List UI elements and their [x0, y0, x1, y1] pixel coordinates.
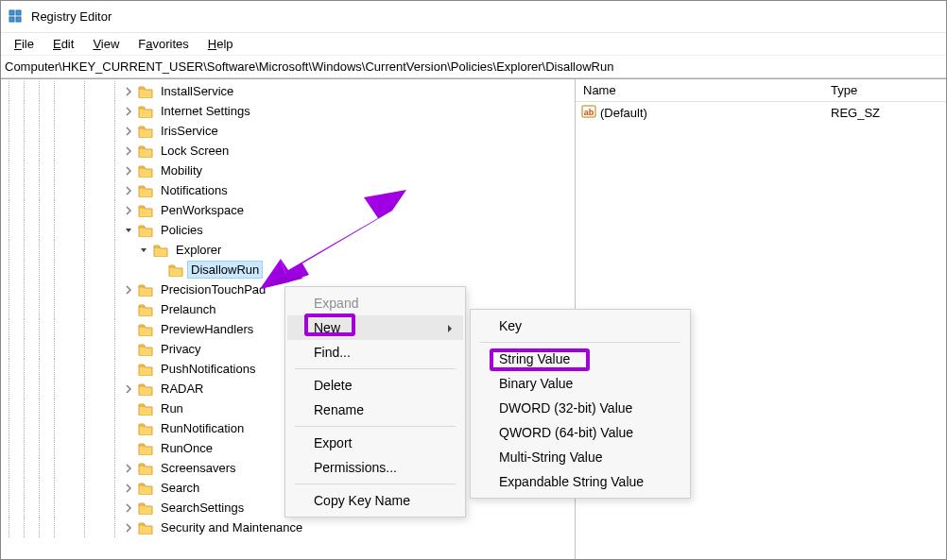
- tree-item[interactable]: Security and Maintenance: [1, 518, 575, 537]
- tree-item[interactable]: InstallService: [1, 81, 575, 101]
- chevron-none: [122, 343, 135, 356]
- chevron-right-icon[interactable]: [122, 501, 135, 515]
- chevron-none: [122, 422, 135, 435]
- tree-item[interactable]: Notifications: [1, 180, 575, 200]
- ctx-new-binary[interactable]: Binary Value: [473, 371, 688, 396]
- svg-text:ab: ab: [584, 108, 594, 117]
- tree-item-label: DisallowRun: [187, 261, 263, 279]
- menu-separator: [480, 342, 680, 343]
- ctx-new[interactable]: New: [287, 315, 463, 340]
- chevron-none: [152, 263, 165, 277]
- tree-item-label: PrecisionTouchPad: [157, 280, 269, 298]
- chevron-right-icon[interactable]: [122, 204, 135, 217]
- menu-help[interactable]: Help: [198, 35, 243, 53]
- ctx-expand[interactable]: Expand: [287, 291, 463, 315]
- folder-icon: [138, 343, 153, 356]
- folder-icon: [138, 422, 153, 435]
- list-row[interactable]: ab (Default) REG_SZ: [576, 102, 946, 123]
- tree-item-label: Security and Maintenance: [157, 518, 306, 536]
- folder-icon: [138, 105, 153, 118]
- ctx-new-qword[interactable]: QWORD (64-bit) Value: [473, 420, 688, 445]
- tree-item-label: Run: [157, 399, 187, 417]
- menu-separator: [295, 368, 456, 369]
- tree-item-label: PushNotifications: [157, 360, 259, 378]
- folder-icon: [138, 323, 153, 336]
- folder-icon: [168, 263, 183, 277]
- ctx-new-multi-string[interactable]: Multi-String Value: [473, 445, 688, 469]
- ctx-find[interactable]: Find...: [287, 340, 463, 365]
- tree-item-label: PenWorkspace: [157, 201, 248, 219]
- tree-item-label: RunNotification: [157, 419, 248, 437]
- ctx-new-dword[interactable]: DWORD (32-bit) Value: [473, 396, 688, 420]
- tree-item-label: Screensavers: [157, 459, 239, 477]
- svg-rect-3: [16, 17, 21, 22]
- address-path: Computer\HKEY_CURRENT_USER\Software\Micr…: [5, 59, 613, 74]
- menu-favorites[interactable]: Favorites: [129, 35, 198, 53]
- ctx-new-key[interactable]: Key: [473, 314, 688, 338]
- tree-item[interactable]: Policies: [1, 220, 575, 240]
- ctx-new-expandable-string[interactable]: Expandable String Value: [473, 469, 688, 494]
- chevron-right-icon[interactable]: [122, 462, 135, 475]
- tree-item-label: Search: [157, 479, 203, 497]
- menu-separator: [295, 426, 456, 427]
- value-type-cell: REG_SZ: [831, 106, 946, 120]
- folder-icon: [138, 85, 153, 98]
- ctx-export[interactable]: Export: [287, 431, 463, 455]
- tree-item[interactable]: PenWorkspace: [1, 200, 575, 220]
- folder-icon: [138, 303, 153, 316]
- tree-item-label: IrisService: [157, 122, 222, 140]
- chevron-right-icon[interactable]: [122, 482, 135, 495]
- address-bar[interactable]: Computer\HKEY_CURRENT_USER\Software\Micr…: [1, 56, 946, 78]
- folder-icon: [138, 382, 153, 396]
- folder-icon: [153, 244, 168, 257]
- folder-icon: [138, 442, 153, 455]
- folder-icon: [138, 164, 153, 178]
- menu-view[interactable]: View: [83, 35, 129, 53]
- chevron-right-icon[interactable]: [122, 184, 135, 197]
- tree-item[interactable]: IrisService: [1, 121, 575, 141]
- folder-icon: [138, 144, 153, 158]
- folder-icon: [138, 402, 153, 416]
- app-icon: [9, 9, 24, 25]
- folder-icon: [138, 184, 153, 197]
- tree-item-label: PreviewHandlers: [157, 320, 257, 338]
- context-menu-key: Expand New Find... Delete Rename Export …: [284, 286, 466, 518]
- chevron-right-icon[interactable]: [122, 382, 135, 396]
- ctx-delete[interactable]: Delete: [287, 373, 463, 398]
- chevron-right-icon[interactable]: [122, 521, 135, 535]
- chevron-right-icon[interactable]: [122, 283, 135, 297]
- chevron-right-icon[interactable]: [122, 85, 135, 98]
- chevron-none: [122, 303, 135, 316]
- folder-icon: [138, 501, 153, 515]
- column-header-type[interactable]: Type: [831, 83, 946, 97]
- tree-item[interactable]: DisallowRun: [1, 260, 575, 280]
- list-header: Name Type: [576, 79, 946, 102]
- menu-bar: Filedocument.currentScript.previousEleme…: [1, 33, 946, 56]
- chevron-right-icon[interactable]: [122, 144, 135, 158]
- ctx-rename[interactable]: Rename: [287, 398, 463, 422]
- tree-item-label: Notifications: [157, 181, 232, 199]
- context-menu-new: Key String Value Binary Value DWORD (32-…: [470, 309, 691, 499]
- folder-icon: [138, 521, 153, 535]
- chevron-right-icon[interactable]: [122, 125, 135, 138]
- submenu-arrow-icon: [446, 320, 454, 335]
- ctx-copy-key-name[interactable]: Copy Key Name: [287, 488, 463, 513]
- tree-item-label: Prelaunch: [157, 300, 220, 318]
- ctx-permissions[interactable]: Permissions...: [287, 455, 463, 480]
- window-title: Registry Editor: [31, 9, 112, 24]
- chevron-down-icon[interactable]: [137, 244, 150, 257]
- tree-item[interactable]: Explorer: [1, 240, 575, 260]
- menu-edit[interactable]: Edit: [43, 35, 83, 53]
- column-header-name[interactable]: Name: [576, 83, 831, 97]
- folder-icon: [138, 363, 153, 376]
- tree-item[interactable]: Mobility: [1, 161, 575, 180]
- tree-item[interactable]: Lock Screen: [1, 141, 575, 161]
- menu-file[interactable]: Filedocument.currentScript.previousEleme…: [5, 35, 43, 53]
- chevron-right-icon[interactable]: [122, 105, 135, 118]
- tree-item[interactable]: Internet Settings: [1, 101, 575, 121]
- string-value-icon: ab: [581, 104, 596, 122]
- chevron-right-icon[interactable]: [122, 164, 135, 178]
- ctx-new-string[interactable]: String Value: [473, 347, 688, 371]
- chevron-down-icon[interactable]: [122, 224, 135, 237]
- folder-icon: [138, 482, 153, 495]
